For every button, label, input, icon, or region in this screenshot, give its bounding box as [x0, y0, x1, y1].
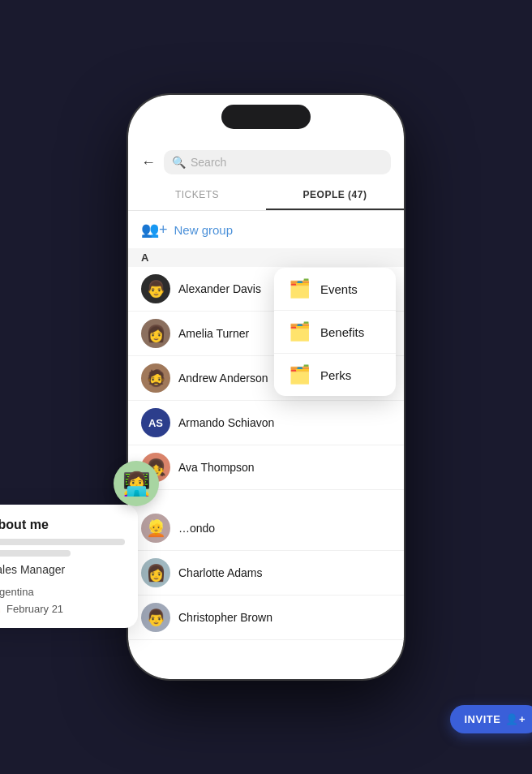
tab-tickets[interactable]: TICKETS: [128, 181, 266, 210]
avatar: 🧔: [141, 363, 170, 393]
about-line-1: [0, 539, 125, 545]
search-bar[interactable]: 🔍 Search: [164, 150, 391, 174]
avatar: 👩: [141, 558, 170, 587]
about-card: About me Sales Manager Argentina 🎂 Febru…: [0, 505, 138, 628]
new-group-icon: 👥+: [141, 221, 168, 239]
avatar-emoji: 👩‍💻: [122, 471, 151, 497]
list-item[interactable]: 👱 …ondo: [128, 506, 404, 551]
tabs: TICKETS PEOPLE (47): [128, 181, 404, 211]
person-name: Ava Thompson: [178, 461, 255, 474]
back-button[interactable]: ←: [141, 154, 156, 171]
person-name: …ondo: [178, 522, 215, 535]
avatar: 👨: [141, 603, 170, 632]
phone-frame: ← 🔍 Search TICKETS PEOPLE (47) 👥+ New gr…: [128, 95, 404, 679]
about-birthday: 🎂 February 21: [0, 603, 125, 615]
invite-label: INVITE: [465, 713, 501, 725]
person-name: Christopher Brown: [178, 611, 272, 624]
screen-inner: ← 🔍 Search TICKETS PEOPLE (47) 👥+ New gr…: [128, 95, 404, 679]
header: ← 🔍 Search: [128, 144, 404, 181]
dropdown-item-benefits[interactable]: 🗂️ Benefits: [274, 311, 396, 354]
list-item[interactable]: 👧 Ava Thompson: [128, 445, 404, 490]
search-placeholder: Search: [191, 156, 226, 169]
phone-notch: [221, 105, 311, 129]
birthday-icon: 🎂: [0, 603, 2, 615]
about-title: About me: [0, 518, 125, 532]
avatar: AS: [141, 408, 170, 437]
folder-icon: 🗂️: [289, 364, 311, 385]
birthday-date: February 21: [6, 603, 63, 615]
invite-icon: 👤+: [505, 713, 526, 725]
dropdown-item-label: Events: [320, 282, 358, 296]
floating-avatar: 👩‍💻: [114, 461, 159, 506]
section-header-a: A: [128, 248, 404, 267]
phone-screen: ← 🔍 Search TICKETS PEOPLE (47) 👥+ New gr…: [128, 95, 404, 679]
folder-icon: 🗂️: [289, 278, 311, 299]
search-icon: 🔍: [172, 156, 186, 169]
tab-people[interactable]: PEOPLE (47): [266, 181, 404, 210]
dropdown-item-perks[interactable]: 🗂️ Perks: [274, 354, 396, 396]
person-name: Andrew Anderson: [178, 372, 268, 385]
about-location: Argentina: [0, 586, 125, 598]
dropdown-item-label: Perks: [320, 368, 351, 382]
dropdown-item-events[interactable]: 🗂️ Events: [274, 268, 396, 311]
new-group-label: New group: [174, 223, 234, 237]
person-name: Armando Schiavon: [178, 416, 274, 429]
list-content: 👥+ New group A 👨 Alexander Davis 👩: [128, 211, 404, 679]
avatar: 👱: [141, 514, 170, 543]
person-name: Alexander Davis: [178, 282, 261, 295]
person-name: Charlotte Adams: [178, 566, 263, 579]
new-group-row[interactable]: 👥+ New group: [128, 211, 404, 248]
avatar: 👨: [141, 274, 170, 303]
person-name: Amelia Turner: [178, 327, 249, 340]
list-item[interactable]: 👩 Charlotte Adams: [128, 551, 404, 596]
list-item[interactable]: 👨 Christopher Brown: [128, 596, 404, 640]
dropdown-popup: 🗂️ Events 🗂️ Benefits 🗂️ Perks: [274, 268, 396, 396]
list-item[interactable]: AS Armando Schiavon: [128, 401, 404, 445]
about-role: Sales Manager: [0, 563, 125, 576]
about-line-2: [0, 550, 71, 557]
dropdown-item-label: Benefits: [320, 325, 364, 339]
avatar: 👩: [141, 319, 170, 348]
invite-button[interactable]: INVITE 👤+: [450, 705, 533, 733]
folder-icon: 🗂️: [289, 321, 311, 342]
